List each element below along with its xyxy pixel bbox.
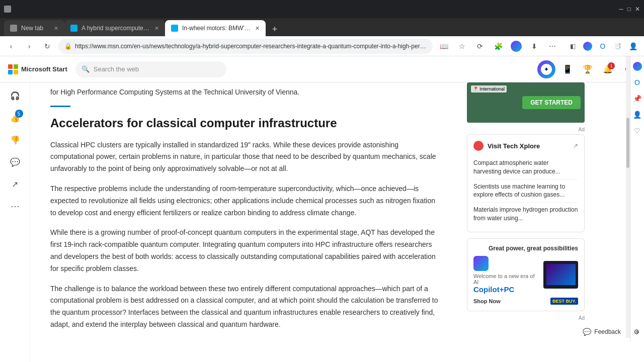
scrollbar-thumb[interactable] [626,118,629,168]
tech-xplore-title[interactable]: Visit Tech Xplore [488,142,540,150]
tab-close-hybrid[interactable]: ✕ [154,25,159,32]
tech-item-2[interactable]: Scientists use machine learning to explo… [473,179,578,203]
edge-copilot-btn[interactable] [631,60,643,72]
address-bar: ‹ › ↻ 🔒 https://www.msn.com/en-us/news/t… [0,36,644,56]
mobile-icon[interactable]: 📱 [559,61,576,77]
share-icon: ↗ [12,179,18,189]
ad-label-top: Ad [467,127,585,132]
copilot-brand: Copilot+PC [473,285,514,294]
maximize-btn[interactable]: □ [627,6,631,13]
right-edge-sidebar: O 📌 👤 ♡ + [630,56,644,342]
reload-btn[interactable]: ↻ [40,39,54,53]
laptop-mockup [543,261,578,289]
headphones-btn[interactable]: 🎧 [6,86,24,105]
rewards-icon[interactable]: 🏆 [580,61,596,77]
edge-pin-btn[interactable]: 📌 [631,93,643,105]
search-placeholder: Search the web [94,65,139,73]
edge-heart-btn[interactable]: ♡ [631,125,643,137]
section-divider [50,106,70,107]
url-text: https://www.msn.com/en-us/news/technolog… [75,43,427,50]
copilot-ad: Great power, great possibilities Welcome… [467,238,585,311]
minimize-btn[interactable]: ─ [619,6,623,13]
article-para-3: While there is a growing number of proof… [50,227,443,275]
headphones-icon: 🎧 [10,91,20,101]
tech-xplore-box: Visit Tech Xplore ↗ Compact atmospheric … [467,134,585,232]
edge-outlook-btn[interactable]: O [631,76,643,88]
get-started-btn[interactable]: GET STARTED [522,96,581,109]
favorites-btn[interactable]: ☆ [455,39,469,53]
ad-label-bottom: Ad [467,315,585,321]
tab-favicon-newtab [10,25,17,32]
article-para-1: Classical HPC clusters are typically ins… [50,139,443,175]
copilot-btn[interactable] [509,39,523,53]
outlook-btn[interactable]: O [596,39,610,53]
tech-xplore-logo [473,141,484,151]
feedback-btn[interactable]: 💬 Feedback [578,326,626,338]
tech-item-1[interactable]: Compact atmospheric water harvesting dev… [473,156,578,179]
copilot-ad-header: Great power, great possibilities [473,245,578,252]
url-box[interactable]: 🔒 https://www.msn.com/en-us/news/technol… [58,39,433,54]
location-badge: 📍 International [471,85,507,93]
more-btn[interactable]: ⋯ [545,39,559,53]
msn-logo[interactable]: Microsoft Start [8,64,67,74]
more-icon: ⋯ [11,201,20,212]
browser-icon [4,6,11,13]
left-sidebar: 🎧 👍 5 👎 💬 ↗ ⋯ [0,82,30,362]
copilot-tagline: Welcome to a new era of AI [473,273,539,285]
shop-now-btn[interactable]: Shop Now [473,298,501,304]
likes-badge: 5 [15,110,23,118]
tab-newtab[interactable]: New tab ✕ [4,20,64,36]
main-layout: 🎧 👍 5 👎 💬 ↗ ⋯ for High Performance Compu… [0,82,644,362]
article-para-4: The challenge is to balance the workload… [50,283,443,331]
feedback-label: Feedback [594,328,621,335]
comment-btn[interactable]: 💬 [6,153,24,171]
notif-badge: 1 [608,62,615,69]
back-btn[interactable]: ‹ [4,39,18,53]
search-icon: 🔍 [82,65,90,73]
tab-close-newtab[interactable]: ✕ [54,25,58,32]
right-sidebar: GET STARTED 📍 International Ad Visit Tec… [463,82,589,362]
msn-brand: Microsoft Start [21,65,67,73]
profile-btn[interactable]: 👤 [626,39,640,53]
new-tab-btn[interactable]: + [268,22,282,36]
tab-close-inwheel[interactable]: ✕ [255,25,260,32]
tech-item-3[interactable]: Materials improve hydrogen production fr… [473,203,578,226]
tab-hybrid[interactable]: A hybrid supercomputer: Resea… ✕ [64,20,165,36]
read-view-btn[interactable]: 📖 [437,39,451,53]
refresh-btn[interactable]: ⟳ [473,39,487,53]
laptop-screen [546,264,576,285]
thumbs-down-icon: 👎 [10,135,20,145]
tab-favicon-inwheel [171,25,178,32]
share-btn[interactable]: ↗ [6,175,24,193]
article-intro: for High Performance Computing Systems a… [50,82,443,98]
thumbs-down-btn[interactable]: 👎 [6,131,24,149]
feedback-icon: 💬 [583,328,591,336]
extensions-btn[interactable]: 🧩 [491,39,505,53]
external-link-icon[interactable]: ↗ [573,142,578,149]
downloads-btn[interactable]: ⬇ [527,39,541,53]
tab-inwheel[interactable]: In-wheel motors: BMW's new e… ✕ [165,20,266,36]
msn-search-bar[interactable]: 🔍 Search the web [75,61,226,77]
article-para-2: The respective problems include the unde… [50,183,443,219]
thumbs-up-btn[interactable]: 👍 5 [6,109,24,127]
notifications-icon[interactable]: 🔔 1 [600,61,616,77]
tab-bar: New tab ✕ A hybrid supercomputer: Resea…… [0,18,644,36]
edge-sidebar-btn[interactable]: ◧ [566,39,580,53]
forward-btn[interactable]: › [22,39,36,53]
header-icons: ✦ 📱 🏆 🔔 1 ⚙ [537,60,636,78]
collections-btn[interactable]: 📑 [611,39,625,53]
copilot-logo-area: Welcome to a new era of AI Copilot+PC [473,256,539,294]
copilot-header-btn[interactable]: ✦ [537,60,555,78]
msn-header: Microsoft Start 🔍 Search the web ✦ 📱 🏆 🔔… [0,56,644,82]
close-btn[interactable]: ✕ [635,6,640,13]
scrollbar-track [626,56,630,338]
tab-favicon-hybrid [70,25,77,32]
copilot-sidebar-btn[interactable] [581,39,595,53]
more-options-btn[interactable]: ⋯ [6,197,24,215]
title-bar: ─ □ ✕ [0,0,644,18]
best-buy-logo: BEST BUY. [550,298,578,305]
edge-person-btn[interactable]: 👤 [631,109,643,121]
page-settings-gear[interactable]: ⚙ [633,328,640,336]
ad-banner-top: GET STARTED 📍 International [467,82,585,123]
tab-label-hybrid: A hybrid supercomputer: Resea… [82,25,150,32]
